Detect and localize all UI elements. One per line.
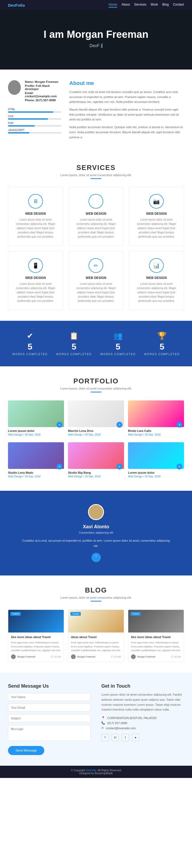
- message-textarea[interactable]: [8, 725, 91, 741]
- social-icon-1[interactable]: in: [111, 734, 119, 741]
- portfolio-info: Lorem ipsum dolor Web Design / 18 Sep. 2…: [8, 427, 64, 438]
- about-section: Name: Morgan Freeman Profile: Full-Stack…: [0, 69, 192, 153]
- portfolio-info: Bindo Lara Callo Web Design / 18 Sep. 20…: [128, 427, 184, 438]
- portfolio-img-placeholder: [8, 400, 64, 427]
- portfolio-img-placeholder: [68, 442, 124, 469]
- blog-divider: [91, 601, 101, 601]
- portfolio-image: [8, 442, 64, 469]
- portfolio-img-placeholder: [128, 442, 184, 469]
- nav-link-home[interactable]: Home: [109, 3, 117, 7]
- stat-item: ✔ 5 WORKS COMPLETED: [12, 332, 48, 356]
- skill-javascript: JAVASCRIPT: [8, 129, 61, 133]
- service-card: 🖥 WEB DESIGN Lorem ipsum dolor sit amet …: [8, 187, 63, 246]
- blog-section: BLOG Lorem ipsum, dolor sit amet consect…: [0, 576, 192, 673]
- portfolio-item: + Lorem ipsum dolor Web Design / 18 Sep.…: [128, 442, 184, 480]
- stat-icon: 📋: [56, 332, 92, 340]
- email-form-group: [8, 704, 91, 712]
- email-input[interactable]: [8, 704, 91, 712]
- social-icon-3[interactable]: ●: [132, 734, 139, 741]
- services-section: SERVICES Lorem ipsum, dolor sit amet con…: [0, 153, 192, 321]
- blog-author: Morgan Freeman: [71, 654, 95, 659]
- service-title: WEB DESIGN: [73, 212, 119, 216]
- email-icon: ✉: [101, 726, 104, 730]
- contact-form: Send Message Us Send Message: [8, 683, 91, 755]
- service-title: WEB DESIGN: [12, 276, 59, 280]
- portfolio-subtitle: Lorem ipsum, dolor sit amet consectetur …: [8, 387, 184, 390]
- footer-text: © Copyright DevFolio. All Rights Reserve…: [3, 769, 189, 772]
- stat-number: 5: [56, 342, 92, 352]
- about-left: Name: Morgan Freeman Profile: Full-Stack…: [8, 80, 61, 142]
- subject-form-group: [8, 714, 91, 722]
- address-detail: 📍 CORPORATION BOSTON, PALATER: [101, 716, 184, 720]
- phone-detail: 📞 (617) 557-0089: [101, 721, 184, 725]
- footer: © Copyright DevFolio. All Rights Reserve…: [0, 766, 192, 778]
- stat-item: 📋 5 WORKS COMPLETED: [56, 332, 92, 356]
- hero-title: I am Morgan Freeman: [8, 29, 184, 40]
- skill-bar: [8, 111, 61, 113]
- contact-info-title: Get in Touch: [101, 683, 184, 689]
- cursor-blink: [102, 43, 102, 48]
- service-card: WEB DESIGN Lorem ipsum dolor sit amet co…: [68, 187, 124, 246]
- service-desc: Lorem ipsum dolor sit amet consectetur a…: [133, 282, 180, 303]
- navbar: DevFolio HomeAboutServicesWorkBlogContac…: [0, 0, 192, 10]
- name-field: Name: Morgan Freeman: [25, 80, 61, 83]
- subject-input[interactable]: [8, 714, 91, 722]
- portfolio-info: Lorem ipsum dolor Web Design / 18 Sep. 2…: [128, 469, 184, 480]
- portfolio-image: [68, 442, 124, 469]
- phone-icon: 📞: [101, 721, 105, 725]
- portfolio-info: Studio Big Bang Web Design / 18 Sep. 201…: [68, 469, 124, 480]
- portfolio-meta: Web Design / 18 Sep. 2018: [8, 475, 64, 478]
- stat-number: 5: [144, 342, 180, 352]
- about-para1: Curabitur non nulla sit amet nisl tempus…: [69, 90, 184, 104]
- services-divider: [91, 178, 101, 179]
- portfolio-img-placeholder: [8, 442, 64, 469]
- service-title: WEB DESIGN: [73, 276, 119, 280]
- nav-link-blog[interactable]: Blog: [162, 3, 169, 7]
- hero-subtitle: DevF |: [8, 43, 184, 48]
- service-icon: 📷: [149, 194, 164, 209]
- nav-link-services[interactable]: Services: [134, 3, 146, 7]
- stat-number: 5: [12, 342, 48, 352]
- nav-link-about[interactable]: About: [121, 3, 130, 7]
- nav-logo[interactable]: DevFolio: [8, 3, 25, 7]
- blog-content: See more ideas about Travel Proin eget t…: [128, 632, 184, 662]
- send-button[interactable]: Send Message: [8, 746, 44, 755]
- author-name: Morgan Freeman: [77, 655, 95, 658]
- nav-link-work[interactable]: Work: [151, 3, 158, 7]
- portfolio-item: + Bindo Lara Callo Web Design / 18 Sep. …: [128, 400, 184, 438]
- portfolio-image: [128, 400, 184, 427]
- footer-sub: Designed by BootstrapMade: [3, 772, 189, 775]
- portfolio-meta: Web Design / 18 Sep. 2018: [8, 433, 64, 436]
- testimonial-section: Xavi Alonto Consectetur adipiscing elit …: [0, 491, 192, 576]
- stat-number: 5: [100, 342, 136, 352]
- about-para3: Nulla porttitor accumsan tincidunt. Quis…: [69, 125, 184, 140]
- service-card: 📱 WEB DESIGN Lorem ipsum dolor sit amet …: [8, 251, 63, 310]
- social-icon-0[interactable]: f: [101, 734, 109, 741]
- portfolio-img-placeholder: [68, 400, 124, 427]
- portfolio-title: Lorem ipsum dolor: [8, 429, 64, 432]
- blog-author: Morgan Freeman: [11, 654, 35, 659]
- testimonial-title: Consectetur adipiscing elit: [21, 531, 171, 534]
- skill-fill: [8, 118, 48, 120]
- skill-fill: [8, 111, 53, 113]
- author-name: Morgan Freeman: [17, 655, 35, 658]
- service-card: 📊 WEB DESIGN Lorem ipsum dolor sit amet …: [129, 251, 184, 310]
- name-input[interactable]: [8, 693, 91, 701]
- social-icons: fint●: [101, 734, 184, 741]
- testimonial-avatar-image: [89, 504, 103, 520]
- author-avatar: [71, 654, 76, 659]
- blog-text: Proin eget tortor risus. Pellentesque in…: [71, 641, 121, 652]
- blog-tag: Travel: [71, 612, 81, 616]
- stat-icon: 👥: [100, 332, 136, 340]
- portfolio-meta: Web Design / 18 Sep. 2018: [128, 433, 184, 436]
- social-icon-2[interactable]: t: [121, 734, 129, 741]
- portfolio-meta: Web Design / 18 Sep. 2018: [68, 433, 124, 436]
- skill-css: CSS: [8, 115, 61, 120]
- nav-link-contact[interactable]: Contact: [173, 3, 184, 7]
- portfolio-item: + Studio Big Bang Web Design / 18 Sep. 2…: [68, 442, 124, 480]
- portfolio-title: Studio Lena Mado: [8, 471, 64, 474]
- portfolio-item: + Studio Lena Mado Web Design / 18 Sep. …: [8, 442, 64, 480]
- skill-label: HTML: [8, 108, 61, 111]
- about-profile: Name: Morgan Freeman Profile: Full-Stack…: [8, 80, 61, 102]
- service-card: 📷 WEB DESIGN Lorem ipsum dolor sit amet …: [129, 187, 184, 246]
